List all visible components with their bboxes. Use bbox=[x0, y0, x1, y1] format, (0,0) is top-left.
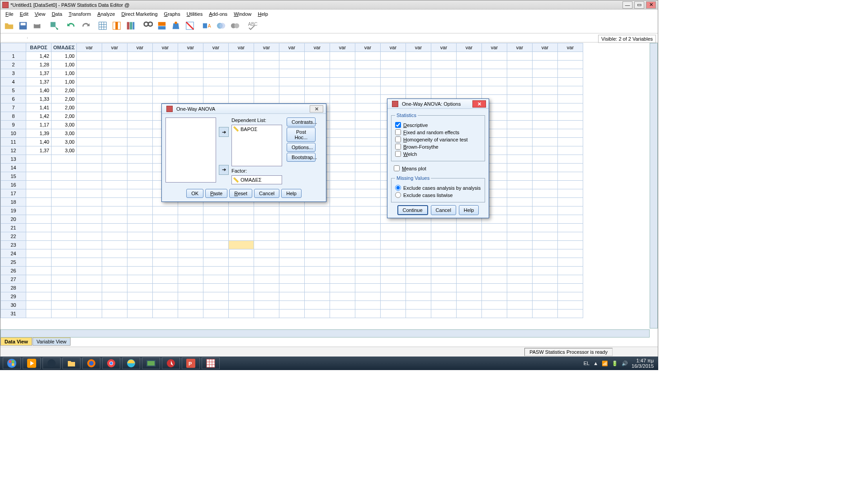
cell[interactable] bbox=[127, 206, 153, 215]
cell[interactable] bbox=[305, 78, 330, 86]
cell[interactable] bbox=[178, 241, 203, 249]
cell[interactable] bbox=[279, 69, 305, 78]
cell[interactable] bbox=[127, 224, 153, 232]
cell[interactable] bbox=[406, 258, 431, 267]
cell[interactable] bbox=[558, 129, 583, 138]
column-header[interactable]: var bbox=[254, 43, 279, 52]
ok-button[interactable]: OK bbox=[186, 189, 203, 198]
cell[interactable] bbox=[431, 69, 457, 78]
cell[interactable] bbox=[533, 249, 558, 258]
cell[interactable] bbox=[431, 224, 457, 232]
cell[interactable] bbox=[431, 267, 457, 275]
cell[interactable] bbox=[507, 292, 533, 301]
cell[interactable] bbox=[127, 284, 153, 292]
weight-cases-icon[interactable] bbox=[169, 19, 183, 32]
menu-graphs[interactable]: Graphs bbox=[161, 10, 184, 18]
cell[interactable] bbox=[102, 146, 127, 155]
cell[interactable] bbox=[52, 284, 77, 292]
cell[interactable] bbox=[102, 164, 127, 172]
cell[interactable] bbox=[381, 258, 406, 267]
cell[interactable] bbox=[507, 78, 533, 86]
cell[interactable] bbox=[406, 232, 431, 241]
cell[interactable] bbox=[507, 86, 533, 95]
cell[interactable] bbox=[127, 232, 153, 241]
cell[interactable] bbox=[507, 310, 533, 318]
cell[interactable] bbox=[330, 232, 355, 241]
row-header[interactable]: 15 bbox=[1, 172, 26, 181]
cell[interactable] bbox=[457, 310, 482, 318]
cell[interactable]: 3,00 bbox=[52, 129, 77, 138]
cell[interactable] bbox=[77, 258, 102, 267]
cell[interactable] bbox=[330, 164, 355, 172]
cell[interactable] bbox=[52, 310, 77, 318]
start-button[interactable] bbox=[3, 357, 21, 369]
cell[interactable] bbox=[127, 241, 153, 249]
cell[interactable] bbox=[254, 275, 279, 284]
cell[interactable] bbox=[102, 155, 127, 164]
cell[interactable] bbox=[355, 146, 381, 155]
cell[interactable] bbox=[102, 284, 127, 292]
cell[interactable] bbox=[127, 310, 153, 318]
cell[interactable] bbox=[77, 52, 102, 61]
cell[interactable] bbox=[127, 69, 153, 78]
cell[interactable] bbox=[279, 61, 305, 69]
cell[interactable] bbox=[558, 121, 583, 129]
cell[interactable] bbox=[355, 78, 381, 86]
cell[interactable] bbox=[482, 224, 507, 232]
cell[interactable] bbox=[507, 275, 533, 284]
cell[interactable] bbox=[229, 258, 254, 267]
row-header[interactable]: 21 bbox=[1, 224, 26, 232]
cell[interactable] bbox=[254, 86, 279, 95]
cell[interactable] bbox=[355, 52, 381, 61]
cell[interactable] bbox=[507, 258, 533, 267]
row-header[interactable]: 7 bbox=[1, 103, 26, 112]
cell[interactable] bbox=[330, 310, 355, 318]
cell[interactable] bbox=[77, 146, 102, 155]
cell[interactable] bbox=[533, 275, 558, 284]
cell[interactable] bbox=[77, 284, 102, 292]
cell[interactable] bbox=[279, 206, 305, 215]
cell[interactable] bbox=[77, 95, 102, 103]
cell[interactable] bbox=[507, 121, 533, 129]
cell[interactable] bbox=[279, 249, 305, 258]
menu-window[interactable]: Window bbox=[231, 10, 255, 18]
cell[interactable] bbox=[254, 258, 279, 267]
cell[interactable] bbox=[203, 267, 229, 275]
cell[interactable] bbox=[558, 310, 583, 318]
row-header[interactable]: 26 bbox=[1, 267, 26, 275]
cell[interactable] bbox=[127, 95, 153, 103]
paste-button[interactable]: Pastedocument.currentScript.previousElem… bbox=[205, 189, 227, 198]
cell[interactable]: 1,37 bbox=[26, 69, 52, 78]
print-icon[interactable] bbox=[30, 19, 44, 32]
cell[interactable] bbox=[330, 301, 355, 310]
cell[interactable] bbox=[330, 121, 355, 129]
row-header[interactable]: 22 bbox=[1, 232, 26, 241]
cell[interactable] bbox=[153, 69, 178, 78]
cell[interactable] bbox=[102, 112, 127, 121]
cell[interactable] bbox=[558, 181, 583, 189]
cell[interactable] bbox=[77, 267, 102, 275]
cell[interactable] bbox=[457, 61, 482, 69]
cell[interactable] bbox=[355, 232, 381, 241]
row-header[interactable]: 18 bbox=[1, 198, 26, 206]
cell[interactable] bbox=[533, 164, 558, 172]
horizontal-scrollbar[interactable] bbox=[0, 329, 650, 338]
cell[interactable] bbox=[558, 275, 583, 284]
cell[interactable] bbox=[127, 155, 153, 164]
row-header[interactable]: 16 bbox=[1, 181, 26, 189]
cell[interactable] bbox=[279, 215, 305, 224]
cell[interactable] bbox=[26, 155, 52, 164]
cell[interactable] bbox=[482, 78, 507, 86]
cell[interactable] bbox=[305, 267, 330, 275]
continue-button[interactable]: Continue bbox=[397, 205, 428, 215]
cell[interactable] bbox=[558, 86, 583, 95]
cell[interactable] bbox=[330, 155, 355, 164]
cell[interactable] bbox=[77, 138, 102, 146]
cell[interactable] bbox=[279, 258, 305, 267]
cell[interactable] bbox=[102, 215, 127, 224]
cell[interactable] bbox=[558, 172, 583, 181]
column-header[interactable]: var bbox=[558, 43, 583, 52]
cell[interactable] bbox=[533, 112, 558, 121]
cell[interactable] bbox=[102, 232, 127, 241]
cell[interactable] bbox=[26, 172, 52, 181]
